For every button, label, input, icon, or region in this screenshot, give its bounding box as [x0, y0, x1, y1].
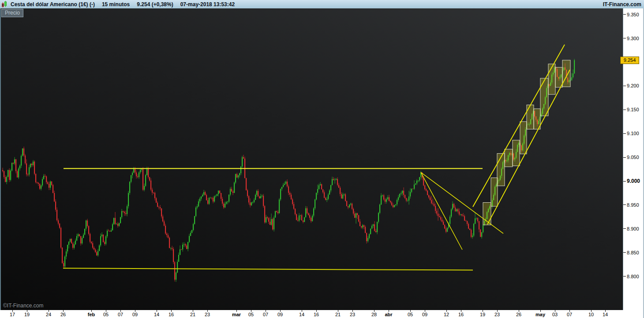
current-price-badge: 9.254	[620, 57, 639, 64]
price-tick-label: 8.850	[627, 250, 639, 255]
time-tick-label: 14	[154, 312, 159, 317]
timeframe-label: 15 minutos	[102, 1, 130, 8]
time-tick-label: 19	[24, 312, 30, 317]
time-tick-label: 17	[10, 312, 15, 317]
time-axis[interactable]: 17192426feb05070914162123mar050709141621…	[0, 310, 623, 318]
time-tick-label: 26	[516, 312, 521, 317]
time-tick-label: 03	[552, 312, 558, 317]
price-tick-mark	[623, 110, 626, 110]
time-tick-label: 19	[480, 312, 485, 317]
price-tick-label: 9.050	[627, 155, 639, 160]
time-tick-label: 16	[314, 312, 319, 317]
time-tick-label: 23	[494, 312, 500, 317]
price-tick-label: 9.100	[627, 131, 639, 136]
time-tick-label: 21	[190, 312, 195, 317]
time-tick-label: 14	[603, 312, 608, 317]
time-tick-label: 24	[46, 312, 51, 317]
price-tick-label: 9.300	[627, 36, 639, 41]
candlestick-icon	[1, 0, 8, 8]
brand-label: IT-Finance.com	[603, 1, 641, 8]
time-tick-label: may	[535, 312, 545, 317]
price-tick-mark	[623, 181, 626, 182]
time-tick-label: mar	[232, 312, 241, 317]
price-tick-label: 8.900	[627, 226, 639, 231]
watermark: ©IT-Finance.com	[3, 303, 44, 309]
price-tick-mark	[623, 157, 626, 158]
price-tick-label: 9.000	[627, 178, 640, 184]
tab-precio[interactable]: Precio	[1, 9, 23, 17]
time-tick-label: 23	[205, 312, 210, 317]
time-tick-label: 09	[132, 312, 138, 317]
time-tick-label: 07	[567, 312, 572, 317]
price-tick-mark	[623, 38, 626, 38]
time-tick-label: 07	[118, 312, 123, 317]
time-tick-label: 05	[408, 312, 413, 317]
price-tick-mark	[623, 252, 626, 253]
time-tick-label: 09	[422, 312, 427, 317]
time-tick-label: 10	[588, 312, 594, 317]
time-tick-label: abr	[385, 312, 392, 317]
price-tick-mark	[623, 204, 626, 205]
price-tick-mark	[623, 133, 626, 134]
time-tick-label: 21	[335, 312, 341, 317]
price-tick-label: 9.350	[627, 12, 639, 17]
time-tick-label: 26	[60, 312, 66, 317]
price-tick-label: 9.150	[627, 107, 639, 112]
price-tick-label: 9.200	[627, 83, 639, 88]
price-tick-label: 8.800	[627, 274, 639, 279]
quote-label: 9.254 (+0,38%)	[137, 1, 173, 8]
instrument-title: Cesta del dólar Americano (1€) (-)	[11, 1, 95, 8]
time-tick-label: 09	[277, 312, 283, 317]
app-window: Cesta del dólar Americano (1€) (-) 15 mi…	[0, 0, 644, 318]
chart-canvas[interactable]: Precio ©IT-Finance.com	[0, 8, 623, 310]
price-tick-mark	[623, 228, 626, 229]
time-tick-label: 05	[103, 312, 109, 317]
time-tick-label: 16	[168, 312, 174, 317]
time-tick-label: 05	[248, 312, 254, 317]
time-tick-label: 23	[350, 312, 355, 317]
price-tick-label: 8.950	[627, 202, 639, 208]
price-axis[interactable]: 9.3509.3009.2509.2009.1509.1009.0509.000…	[623, 8, 644, 318]
title-bar: Cesta del dólar Americano (1€) (-) 15 mi…	[0, 0, 644, 9]
price-tick-mark	[623, 86, 626, 86]
time-tick-label: feb	[88, 312, 95, 317]
time-tick-label: 12	[444, 312, 449, 317]
candlestick-chart[interactable]	[1, 8, 623, 310]
time-tick-label: 28	[371, 312, 377, 317]
time-tick-label: 07	[263, 312, 268, 317]
time-tick-label: 14	[299, 312, 304, 317]
time-tick-label: 16	[458, 312, 464, 317]
price-tick-mark	[623, 276, 626, 276]
datetime-label: 07-may-2018 13:53:42	[180, 1, 235, 8]
price-tick-mark	[623, 14, 626, 15]
